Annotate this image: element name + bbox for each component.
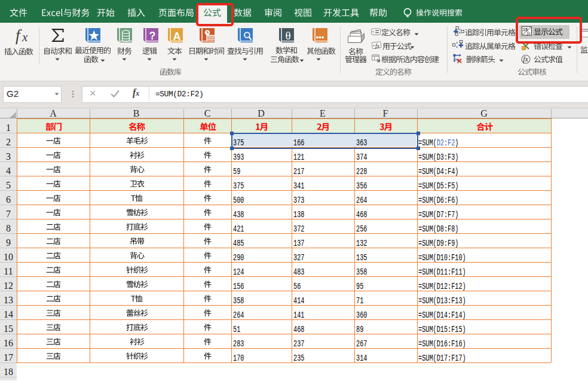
svg-text:θ: θ: [285, 29, 290, 42]
svg-text:fx: fx: [523, 55, 528, 63]
svg-text:fx: fx: [375, 42, 380, 49]
svg-text:?: ?: [149, 30, 155, 42]
svg-text:A: A: [173, 31, 180, 42]
